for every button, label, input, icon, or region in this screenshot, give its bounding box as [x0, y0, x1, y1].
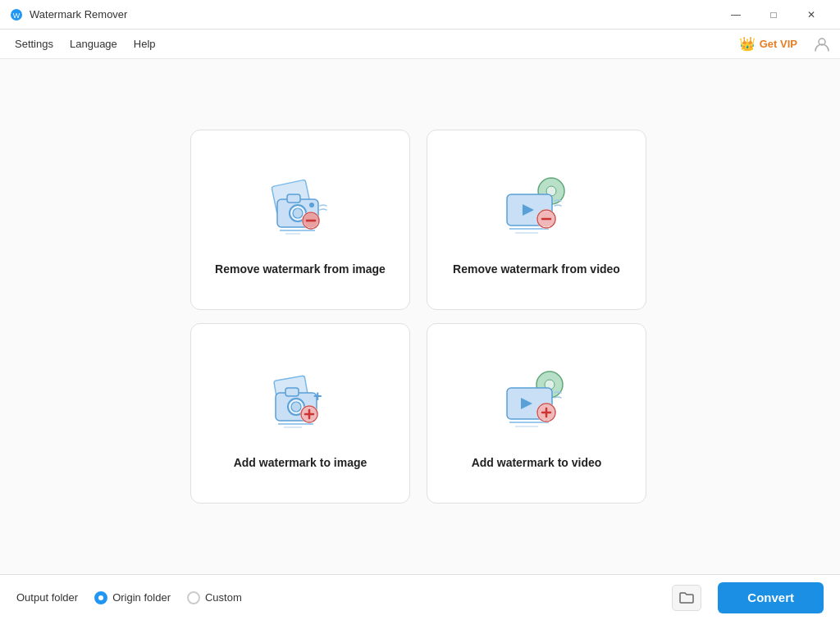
get-vip-button[interactable]: 👑 Get VIP: [739, 36, 797, 52]
app-title: Watermark Remover: [30, 8, 717, 21]
minimize-button[interactable]: —: [717, 0, 755, 30]
add-video-icon: [495, 358, 578, 440]
menu-help[interactable]: Help: [126, 34, 164, 53]
title-bar: W Watermark Remover — □ ✕: [0, 0, 840, 30]
menu-settings[interactable]: Settings: [7, 34, 62, 53]
cards-grid: Remove watermark from image: [190, 130, 650, 504]
card-remove-image[interactable]: Remove watermark from image: [190, 130, 410, 310]
custom-folder-label: Custom: [205, 591, 242, 604]
custom-folder-option[interactable]: Custom: [187, 591, 242, 604]
user-account-icon[interactable]: [810, 33, 833, 56]
remove-image-icon: [259, 164, 341, 246]
svg-point-8: [309, 203, 314, 207]
origin-folder-label: Origin folder: [112, 591, 171, 604]
card-remove-image-label: Remove watermark from image: [215, 262, 386, 276]
svg-text:+: +: [313, 388, 322, 404]
menu-language[interactable]: Language: [62, 34, 126, 53]
output-folder-options: Origin folder Custom: [94, 591, 665, 604]
main-content: Remove watermark from image: [0, 59, 840, 574]
get-vip-label: Get VIP: [760, 38, 797, 50]
origin-folder-option[interactable]: Origin folder: [94, 591, 171, 604]
svg-point-28: [291, 402, 301, 412]
bottom-bar: Output folder Origin folder Custom Conve…: [0, 574, 840, 620]
card-add-video[interactable]: Add watermark to video: [427, 323, 646, 504]
browse-folder-button[interactable]: [672, 585, 701, 611]
crown-icon: 👑: [739, 36, 756, 52]
card-add-image-label: Add watermark to image: [234, 456, 368, 469]
window-controls: — □ ✕: [717, 0, 830, 30]
menu-bar: Settings Language Help 👑 Get VIP: [0, 30, 840, 59]
svg-text:W: W: [13, 11, 21, 20]
convert-button[interactable]: Convert: [718, 582, 824, 613]
card-add-video-label: Add watermark to video: [472, 456, 602, 469]
svg-rect-26: [285, 388, 299, 396]
app-icon: W: [10, 8, 23, 21]
custom-folder-radio[interactable]: [187, 591, 200, 604]
svg-point-7: [293, 208, 303, 218]
origin-folder-radio[interactable]: [94, 591, 107, 604]
svg-rect-5: [287, 194, 300, 203]
folder-icon: [679, 591, 694, 604]
card-remove-video[interactable]: Remove watermark from video: [427, 130, 646, 310]
card-remove-video-label: Remove watermark from video: [453, 262, 620, 276]
maximize-button[interactable]: □: [755, 0, 792, 30]
close-button[interactable]: ✕: [792, 0, 830, 30]
add-image-icon: +: [259, 358, 341, 440]
card-add-image[interactable]: + Add watermark to image: [190, 323, 410, 504]
remove-video-icon: [495, 164, 578, 246]
output-folder-label: Output folder: [16, 591, 78, 604]
